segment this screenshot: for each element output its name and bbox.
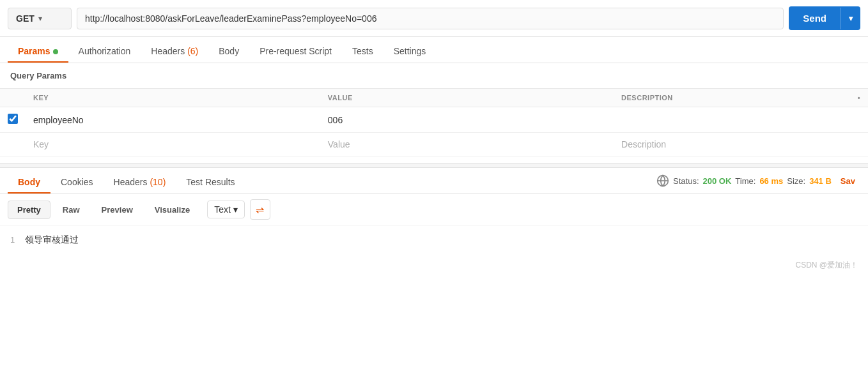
tab-body-label: Body bbox=[219, 46, 239, 56]
tab-settings[interactable]: Settings bbox=[384, 37, 437, 63]
col-checkbox bbox=[0, 89, 26, 107]
send-button-arrow: ▾ bbox=[841, 8, 860, 29]
tab-tests-label: Tests bbox=[352, 46, 373, 56]
save-button[interactable]: Sav bbox=[835, 174, 860, 188]
tab-headers[interactable]: Headers (6) bbox=[141, 37, 208, 63]
response-tab-headers-badge: (10) bbox=[150, 177, 166, 187]
request-tabs: Params Authorization Headers (6) Body Pr… bbox=[0, 37, 868, 63]
send-button-label: Send bbox=[789, 6, 841, 30]
response-tab-cookies-label: Cookies bbox=[61, 177, 93, 187]
placeholder-value[interactable]: Value bbox=[320, 133, 614, 156]
line-number: 1 bbox=[10, 235, 15, 245]
wrap-icon: ⇌ bbox=[256, 204, 264, 216]
response-tab-headers-label: Headers bbox=[114, 177, 148, 187]
placeholder-action bbox=[850, 133, 868, 156]
tab-authorization[interactable]: Authorization bbox=[68, 37, 141, 63]
params-active-dot bbox=[53, 49, 58, 54]
col-value-header: VALUE bbox=[320, 89, 614, 107]
row-checkbox-cell[interactable] bbox=[0, 107, 26, 133]
format-bar: Pretty Raw Preview Visualize Text ▾ ⇌ bbox=[0, 194, 868, 225]
response-tab-cookies[interactable]: Cookies bbox=[50, 168, 104, 194]
method-selector[interactable]: GET ▾ bbox=[8, 8, 72, 29]
tab-params[interactable]: Params bbox=[8, 37, 68, 63]
size-value: 341 B bbox=[809, 176, 832, 186]
send-button[interactable]: Send ▾ bbox=[789, 6, 860, 30]
row-checkbox[interactable] bbox=[8, 114, 18, 124]
tab-headers-badge: (6) bbox=[187, 46, 198, 56]
col-key-header: KEY bbox=[26, 89, 320, 107]
placeholder-description[interactable]: Description bbox=[614, 133, 850, 156]
method-label: GET bbox=[16, 13, 35, 24]
params-table: KEY VALUE DESCRIPTION • employeeNo 006 K… bbox=[0, 88, 868, 156]
tab-prerequest[interactable]: Pre-request Script bbox=[249, 37, 342, 63]
watermark: CSDN @爱加油！ bbox=[0, 255, 868, 276]
response-tab-body[interactable]: Body bbox=[8, 168, 50, 194]
format-raw-button[interactable]: Raw bbox=[53, 201, 89, 219]
row-value[interactable]: 006 bbox=[320, 107, 614, 133]
size-label: Size: bbox=[787, 176, 805, 186]
table-row: employeeNo 006 bbox=[0, 107, 868, 133]
table-row-placeholder: Key Value Description bbox=[0, 133, 868, 156]
tab-settings-label: Settings bbox=[394, 46, 426, 56]
top-bar: GET ▾ Send ▾ bbox=[0, 0, 868, 37]
placeholder-key[interactable]: Key bbox=[26, 133, 320, 156]
response-body: 1 领导审核通过 bbox=[0, 225, 868, 255]
type-dropdown[interactable]: Text ▾ bbox=[207, 201, 245, 218]
response-status-area: Status: 200 OK Time: 66 ms Size: 341 B S… bbox=[656, 174, 860, 188]
row-key[interactable]: employeeNo bbox=[26, 107, 320, 133]
col-desc-header: DESCRIPTION bbox=[614, 89, 850, 107]
wrap-button[interactable]: ⇌ bbox=[250, 199, 270, 220]
status-value: 200 OK bbox=[703, 176, 732, 186]
response-tab-body-label: Body bbox=[18, 177, 40, 187]
section-divider bbox=[0, 163, 868, 168]
placeholder-checkbox-cell bbox=[0, 133, 26, 156]
response-tab-test-results[interactable]: Test Results bbox=[176, 168, 245, 194]
tab-prerequest-label: Pre-request Script bbox=[260, 46, 332, 56]
tab-tests[interactable]: Tests bbox=[342, 37, 384, 63]
format-visualize-button[interactable]: Visualize bbox=[145, 201, 199, 219]
tab-headers-label: Headers bbox=[151, 46, 185, 56]
url-input[interactable] bbox=[77, 8, 784, 29]
response-text: 领导审核通过 bbox=[25, 234, 79, 246]
col-action-header: • bbox=[850, 89, 868, 107]
type-dropdown-arrow: ▾ bbox=[233, 204, 238, 215]
query-params-title: Query Params bbox=[0, 63, 868, 88]
tab-body[interactable]: Body bbox=[208, 37, 249, 63]
tab-authorization-label: Authorization bbox=[79, 46, 131, 56]
response-tab-headers[interactable]: Headers (10) bbox=[104, 168, 176, 194]
time-label: Time: bbox=[735, 176, 756, 186]
status-label: Status: bbox=[673, 176, 699, 186]
tab-params-label: Params bbox=[18, 46, 50, 56]
row-description[interactable] bbox=[614, 107, 850, 133]
response-tab-test-results-label: Test Results bbox=[186, 177, 235, 187]
row-action bbox=[850, 107, 868, 133]
type-dropdown-label: Text bbox=[214, 204, 231, 215]
response-line: 1 领导审核通过 bbox=[10, 233, 858, 247]
format-preview-button[interactable]: Preview bbox=[92, 201, 143, 219]
method-chevron-icon: ▾ bbox=[38, 14, 42, 23]
format-pretty-button[interactable]: Pretty bbox=[8, 201, 50, 219]
time-value: 66 ms bbox=[759, 176, 783, 186]
response-tabs: Body Cookies Headers (10) Test Results S… bbox=[0, 168, 868, 194]
globe-icon bbox=[656, 174, 669, 187]
